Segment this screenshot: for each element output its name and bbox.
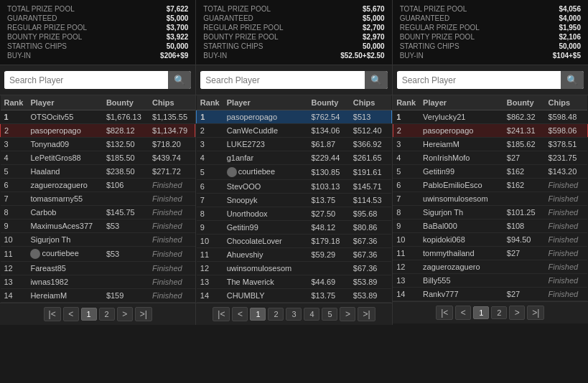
table-row-3-5: 6PabloEmilioEsco$162Finished	[393, 179, 587, 192]
table-row-2-1: 2CanWeCuddle$134.06$512.40	[197, 124, 391, 138]
cell-chips-1-13: Finished	[149, 289, 195, 303]
page-next-3[interactable]: >	[509, 306, 525, 320]
table-row-3-0: 1Verylucky21$862.32$598.48	[393, 110, 587, 124]
cell-bounty-2-2: $61.87	[308, 138, 350, 151]
info-row-2-1: GUARANTEED$5,000	[203, 14, 384, 23]
cell-bounty-3-9: $94.50	[503, 233, 545, 247]
cell-chips-2-12: $53.89	[350, 275, 391, 289]
table-row-3-7: 8Sigurjon Th$101.25Finished	[393, 206, 587, 219]
cell-chips-2-0: $513	[350, 110, 391, 124]
cell-player-2-7: Unorthodox	[223, 207, 308, 221]
cell-chips-3-12: Finished	[545, 274, 588, 288]
cell-rank-2-0: 1	[197, 110, 223, 124]
page-num-2-4[interactable]: 4	[304, 308, 319, 321]
page-prev-1[interactable]: <	[63, 307, 79, 321]
info-row-1-2: REGULAR PRIZE POOL$3,700	[7, 23, 188, 32]
search-button-2[interactable]: 🔍	[365, 71, 388, 89]
col-header-3-3: Chips	[545, 95, 588, 110]
page-first-2[interactable]: |<	[213, 307, 230, 321]
info-section-3: TOTAL PRIZE POOL$4,056GUARANTEED$4,000RE…	[393, 0, 588, 65]
cell-chips-1-10: Finished	[149, 247, 195, 262]
table-row-3-4: 5Getitin99$162$143.20	[393, 165, 587, 179]
page-next-2[interactable]: >	[340, 307, 355, 321]
cell-rank-1-7: 8	[1, 206, 27, 219]
search-input-1[interactable]	[4, 72, 168, 89]
cell-bounty-2-5: $103.13	[308, 180, 350, 194]
cell-chips-1-1: $1,134.79	[149, 124, 195, 138]
info-row-1-3: BOUNTY PRIZE POOL$3,922	[7, 32, 188, 42]
cell-player-3-8: BaBal000	[419, 219, 503, 233]
cell-bounty-1-9	[103, 233, 149, 247]
search-input-3[interactable]	[397, 72, 561, 89]
info-value-1-0: $7,622	[167, 5, 189, 13]
page-prev-3[interactable]: <	[455, 306, 471, 320]
cell-player-3-10: tommythailand	[419, 247, 503, 260]
search-input-2[interactable]	[200, 72, 364, 89]
page-num-2-1[interactable]: 1	[250, 308, 266, 321]
info-value-1-2: $3,700	[167, 24, 189, 32]
cell-rank-3-3: 4	[393, 151, 419, 165]
page-num-3-2[interactable]: 2	[491, 306, 507, 319]
page-num-3-1[interactable]: 1	[473, 306, 489, 319]
cell-bounty-3-2: $185.62	[503, 138, 545, 151]
cell-chips-3-13: Finished	[545, 288, 588, 301]
info-row-3-4: STARTING CHIPS50,000	[400, 42, 581, 51]
page-prev-2[interactable]: <	[232, 307, 248, 321]
cell-rank-1-10: 11	[1, 247, 27, 262]
cell-rank-3-5: 6	[393, 179, 419, 192]
cell-rank-3-6: 7	[393, 192, 419, 206]
cell-player-2-8: Getitin99	[223, 221, 308, 235]
cell-rank-3-0: 1	[393, 110, 419, 124]
info-row-3-2: REGULAR PRIZE POOL$1,950	[400, 23, 581, 32]
cell-chips-1-11: Finished	[149, 262, 195, 275]
cell-player-2-1: CanWeCuddle	[223, 124, 308, 138]
page-next-1[interactable]: >	[117, 307, 133, 321]
cell-chips-2-9: $67.36	[350, 235, 391, 248]
cell-bounty-3-4: $162	[503, 165, 545, 179]
page-first-3[interactable]: |<	[436, 306, 453, 320]
cell-player-1-5: zaguerozaguero	[27, 179, 102, 192]
table-row-3-1: 2pasoperopago$241.31$598.06	[393, 124, 587, 138]
avatar-icon-1-10	[30, 249, 40, 259]
cell-player-1-13: HereiamM	[27, 289, 102, 303]
page-last-1[interactable]: >|	[135, 307, 152, 321]
table-row-2-10: 11Ahuevshiy$59.29$67.36	[197, 248, 391, 262]
cell-chips-1-8: Finished	[149, 219, 195, 233]
page-last-3[interactable]: >|	[527, 306, 544, 320]
cell-rank-2-9: 10	[197, 235, 223, 248]
cell-bounty-3-13: $27	[503, 288, 545, 301]
search-button-1[interactable]: 🔍	[168, 71, 191, 89]
info-label-3-4: STARTING CHIPS	[400, 42, 459, 50]
page-first-1[interactable]: |<	[44, 307, 61, 321]
col-header-1-3: Chips	[149, 95, 195, 110]
cell-bounty-1-6	[103, 192, 149, 206]
cell-bounty-2-10: $59.29	[308, 248, 350, 262]
page-num-1-2[interactable]: 2	[99, 308, 115, 321]
page-num-2-2[interactable]: 2	[268, 308, 284, 321]
page-num-2-5[interactable]: 5	[322, 308, 337, 321]
info-label-1-1: GUARANTEED	[7, 14, 57, 22]
page-last-2[interactable]: >|	[358, 307, 375, 321]
search-button-3[interactable]: 🔍	[561, 71, 584, 89]
info-label-2-3: BOUNTY PRIZE POOL	[203, 33, 278, 41]
cell-rank-3-12: 13	[393, 274, 419, 288]
info-row-1-4: STARTING CHIPS50,000	[7, 42, 188, 51]
col-header-3-2: Bounty	[503, 95, 545, 110]
cell-bounty-2-12: $44.69	[308, 275, 350, 289]
info-value-3-0: $4,056	[559, 5, 581, 13]
info-label-1-2: REGULAR PRIZE POOL	[7, 24, 87, 32]
cell-chips-3-7: Finished	[545, 206, 588, 219]
cell-chips-3-10: Finished	[545, 247, 588, 260]
page-num-2-3[interactable]: 3	[286, 308, 302, 321]
info-value-2-4: 50,000	[363, 42, 385, 50]
table-row-3-12: 13Billy555Finished	[393, 274, 587, 288]
cell-bounty-1-13: $159	[103, 289, 149, 303]
cell-rank-2-4: 5	[197, 165, 223, 180]
cell-bounty-2-8: $48.12	[308, 221, 350, 235]
info-row-3-0: TOTAL PRIZE POOL$4,056	[400, 4, 581, 14]
page-num-1-1[interactable]: 1	[81, 308, 97, 321]
cell-bounty-2-6: $13.75	[308, 194, 350, 207]
cell-player-3-5: PabloEmilioEsco	[419, 179, 503, 192]
cell-rank-1-6: 7	[1, 192, 27, 206]
cell-chips-1-3: $439.74	[149, 151, 195, 165]
